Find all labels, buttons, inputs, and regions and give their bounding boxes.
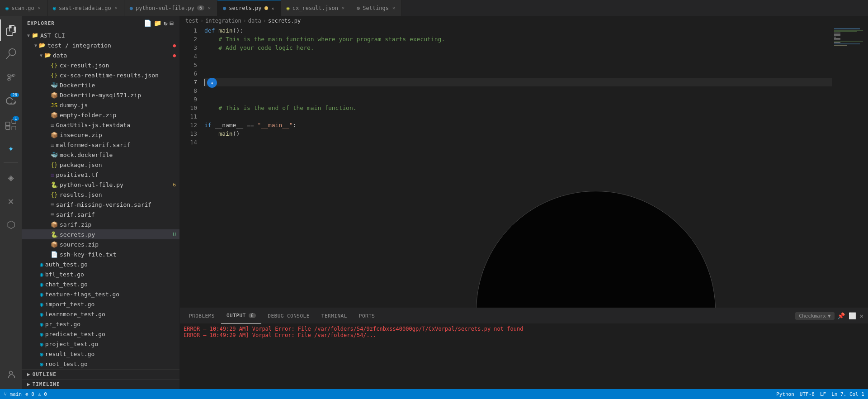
tree-item-learnmore-test[interactable]: ◉ learnmore_test.go [22,309,179,319]
tree-item-goatutils[interactable]: ≡ GoatUtils-js.testdata [22,120,179,130]
tab-secrets-py[interactable]: ● secrets.py ✕ [217,0,281,16]
tab-terminal[interactable]: TERMINAL [316,308,353,324]
tree-item-root-test[interactable]: ◉ root_test.go [22,359,179,369]
tree-item-bfl-test[interactable]: ◉ bfl_test.go [22,269,179,279]
tab-ports[interactable]: PORTS [354,308,381,324]
tab-debug-console[interactable]: DEBUG CONSOLE [262,308,315,324]
new-file-icon[interactable]: 📄 [144,19,152,27]
tree-label: GoatUtils-js.testdata [56,122,179,128]
panel-close-icon[interactable]: ✕ [859,311,864,320]
tree-item-package-json[interactable]: {} package.json [22,160,179,170]
tree-item-mock-dockerfile[interactable]: 🐳 mock.dockerfile [22,150,179,160]
new-folder-icon[interactable]: 📁 [154,19,162,27]
zip-icon: 📦 [51,221,58,228]
tree-item-dockerfile[interactable]: 🐳 Dockerfile [22,80,179,90]
activity-item-test[interactable]: ⬡ [0,214,22,235]
tree-item-feature-flags-test[interactable]: ◉ feature-flags_test.go [22,289,179,299]
tree-item-results-json[interactable]: {} results.json [22,190,179,200]
tree-item-malformed-sarif[interactable]: ≡ malformed-sarif.sarif [22,140,179,150]
breadcrumb-file[interactable]: secrets.py [268,18,301,24]
source-control-icon [5,72,16,83]
tree-label: learnmore_test.go [45,311,179,318]
tree-item-cx-result-json[interactable]: {} cx-result.json [22,60,179,70]
tab-sast-metadata[interactable]: ◉ sast-metadata.go ✕ [47,0,124,16]
tree-item-cx-sca[interactable]: {} cx-sca-realtime-results.json [22,70,179,80]
tree-label: positive1.tf [56,171,179,178]
tree-item-python-vul-file[interactable]: 🐍 python-vul-file.py 6 [22,180,179,190]
outline-section[interactable]: ▶ OUTLINE [22,369,179,379]
tree-item-data[interactable]: ▼ 📂 data ● [22,50,179,60]
activity-item-git[interactable] [0,66,22,88]
tree-item-secrets-py[interactable]: 🐍 secrets.py U [22,229,179,239]
panel-pin-icon[interactable]: 📌 [836,311,846,320]
status-errors[interactable]: ⊗ 0 [25,391,34,397]
collapse-icon[interactable]: ⊟ [170,19,174,27]
tree-item-sources-zip[interactable]: 📦 sources.zip [22,239,179,249]
tree-item-dockerfile-mysql[interactable]: 📦 Dockerfile-mysql571.zip [22,90,179,100]
line-num-10: 10 [184,104,197,112]
tab-close-scan-go[interactable]: ✕ [37,5,42,11]
tab-output[interactable]: OUTPUT 6 [221,308,261,324]
activity-item-extensions[interactable]: 1 [0,114,22,135]
activity-item-cx[interactable]: ✦ [0,137,22,159]
tab-settings[interactable]: ⚙ Settings ✕ [351,0,402,16]
checkmarx-dropdown[interactable]: Checkmarx ▼ [795,312,834,320]
tab-close-settings[interactable]: ✕ [392,5,396,11]
tree-item-test-integration[interactable]: ▼ 📂 test / integration ● [22,40,179,50]
tree-item-result-test[interactable]: ◉ result_test.go [22,349,179,359]
activity-item-search[interactable] [0,43,22,65]
breadcrumb-integration[interactable]: integration [205,18,241,24]
status-encoding[interactable]: UTF-8 [800,391,815,397]
tree-item-insecure-zip[interactable]: 📦 insecure.zip [22,130,179,140]
go-icon: ◉ [40,301,43,308]
timeline-section[interactable]: ▶ TIMELINE [22,379,179,389]
breadcrumb-test[interactable]: test [185,18,198,24]
tree-item-chat-test[interactable]: ◉ chat_test.go [22,279,179,289]
tree-item-ast-cli[interactable]: ▼ 📁 AST-CLI [22,30,179,40]
sarif-icon: ≡ [51,211,54,218]
activity-item-debug[interactable]: 26 [0,90,22,112]
status-warnings[interactable]: ⚠ 0 [38,391,47,397]
tree-label: import_test.go [45,301,179,308]
activity-item-explorer[interactable] [0,19,22,41]
activity-item-account[interactable] [0,364,22,385]
tab-problems[interactable]: PROBLEMS [184,308,220,324]
tree-item-auth-test[interactable]: ◉ auth_test.go [22,259,179,269]
tree-item-project-test[interactable]: ◉ project_test.go [22,339,179,349]
status-language[interactable]: Python [776,391,794,397]
tab-close-python-vul[interactable]: ✕ [207,5,212,11]
tree-item-import-test[interactable]: ◉ import_test.go [22,299,179,309]
line-num-2: 2 [184,35,197,43]
activity-item-find[interactable]: ◈ [0,166,22,188]
code-editor[interactable]: 1 2 3 4 5 6 7 8 9 10 11 12 13 14 [180,26,832,308]
debug-console-label: DEBUG CONSOLE [268,313,310,319]
tree-label-secrets: secrets.py [60,231,171,238]
status-line-ending[interactable]: LF [820,391,826,397]
go-file-icon: ◉ [5,5,9,11]
code-content[interactable]: def main(): # This is the main function … [203,26,832,308]
tab-close-cx[interactable]: ✕ [341,5,345,11]
tree-item-sarif-missing[interactable]: ≡ sarif-missing-version.sarif [22,200,179,209]
tree-item-sarif-sarif[interactable]: ≡ sarif.sarif [22,209,179,219]
panel-maximize-icon[interactable]: ⬜ [848,311,857,320]
refresh-icon[interactable]: ↻ [164,19,168,27]
tree-item-sarif-zip[interactable]: 📦 sarif.zip [22,219,179,229]
tree-item-pr-test[interactable]: ◉ pr_test.go [22,319,179,329]
tree-item-ssh-key-file[interactable]: 📄 ssh-key-file.txt [22,249,179,259]
tab-python-vul[interactable]: ● python-vul-file.py 6 ✕ [124,0,217,16]
tree-item-empty-folder-zip[interactable]: 📦 empty-folder.zip [22,110,179,120]
tree-item-predicate-test[interactable]: ◉ predicate_test.go [22,329,179,339]
ports-label: PORTS [359,313,375,319]
tab-close-secrets[interactable]: ✕ [271,5,275,12]
breadcrumb-data[interactable]: data [248,18,261,24]
tab-scan-go[interactable]: ◉ scan.go ✕ [0,0,47,16]
tree-item-positive1-tf[interactable]: ≡ positive1.tf [22,170,179,180]
breadcrumb-sep3: › [263,18,266,24]
tab-cx-result[interactable]: ◉ cx_result.json ✕ [281,0,351,16]
tab-close-sast[interactable]: ✕ [114,5,118,11]
status-branch[interactable]: ⑂ main [4,391,22,397]
activity-item-close[interactable]: ✕ [0,190,22,212]
go-icon: ◉ [40,311,43,318]
tree-item-dummy-js[interactable]: JS dummy.js [22,100,179,110]
tab-label: python-vul-file.py [136,5,194,11]
